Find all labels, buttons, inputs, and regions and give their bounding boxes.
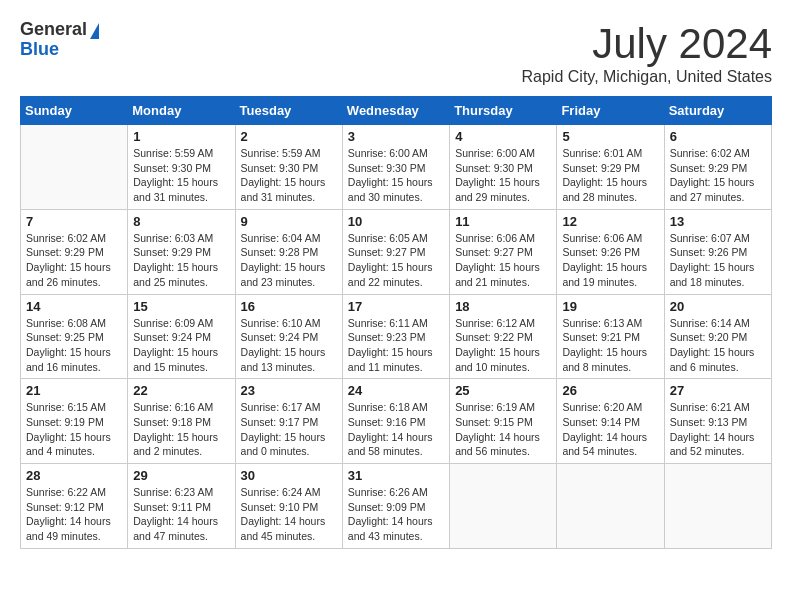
day-number: 27 xyxy=(670,383,766,398)
weekday-header-row: SundayMondayTuesdayWednesdayThursdayFrid… xyxy=(21,97,772,125)
calendar-cell: 18Sunrise: 6:12 AM Sunset: 9:22 PM Dayli… xyxy=(450,294,557,379)
weekday-header-thursday: Thursday xyxy=(450,97,557,125)
day-info: Sunrise: 6:07 AM Sunset: 9:26 PM Dayligh… xyxy=(670,231,766,290)
calendar-cell: 16Sunrise: 6:10 AM Sunset: 9:24 PM Dayli… xyxy=(235,294,342,379)
day-number: 15 xyxy=(133,299,229,314)
location: Rapid City, Michigan, United States xyxy=(522,68,772,86)
day-info: Sunrise: 6:26 AM Sunset: 9:09 PM Dayligh… xyxy=(348,485,444,544)
calendar-cell: 29Sunrise: 6:23 AM Sunset: 9:11 PM Dayli… xyxy=(128,464,235,549)
month-title: July 2024 xyxy=(522,20,772,68)
calendar-cell: 2Sunrise: 5:59 AM Sunset: 9:30 PM Daylig… xyxy=(235,125,342,210)
day-number: 2 xyxy=(241,129,337,144)
calendar-cell: 8Sunrise: 6:03 AM Sunset: 9:29 PM Daylig… xyxy=(128,209,235,294)
logo-general: General xyxy=(20,20,87,40)
calendar-week-row: 1Sunrise: 5:59 AM Sunset: 9:30 PM Daylig… xyxy=(21,125,772,210)
day-number: 22 xyxy=(133,383,229,398)
day-number: 5 xyxy=(562,129,658,144)
calendar-cell: 28Sunrise: 6:22 AM Sunset: 9:12 PM Dayli… xyxy=(21,464,128,549)
day-number: 23 xyxy=(241,383,337,398)
day-info: Sunrise: 6:06 AM Sunset: 9:26 PM Dayligh… xyxy=(562,231,658,290)
day-number: 6 xyxy=(670,129,766,144)
day-info: Sunrise: 6:19 AM Sunset: 9:15 PM Dayligh… xyxy=(455,400,551,459)
day-info: Sunrise: 6:24 AM Sunset: 9:10 PM Dayligh… xyxy=(241,485,337,544)
day-number: 21 xyxy=(26,383,122,398)
day-number: 28 xyxy=(26,468,122,483)
calendar-cell: 10Sunrise: 6:05 AM Sunset: 9:27 PM Dayli… xyxy=(342,209,449,294)
day-number: 9 xyxy=(241,214,337,229)
day-number: 14 xyxy=(26,299,122,314)
weekday-header-sunday: Sunday xyxy=(21,97,128,125)
day-number: 19 xyxy=(562,299,658,314)
day-info: Sunrise: 5:59 AM Sunset: 9:30 PM Dayligh… xyxy=(133,146,229,205)
day-info: Sunrise: 6:13 AM Sunset: 9:21 PM Dayligh… xyxy=(562,316,658,375)
calendar-week-row: 7Sunrise: 6:02 AM Sunset: 9:29 PM Daylig… xyxy=(21,209,772,294)
title-block: July 2024 Rapid City, Michigan, United S… xyxy=(522,20,772,86)
day-number: 18 xyxy=(455,299,551,314)
calendar-week-row: 21Sunrise: 6:15 AM Sunset: 9:19 PM Dayli… xyxy=(21,379,772,464)
calendar-cell: 24Sunrise: 6:18 AM Sunset: 9:16 PM Dayli… xyxy=(342,379,449,464)
calendar-cell: 20Sunrise: 6:14 AM Sunset: 9:20 PM Dayli… xyxy=(664,294,771,379)
calendar-cell: 12Sunrise: 6:06 AM Sunset: 9:26 PM Dayli… xyxy=(557,209,664,294)
day-info: Sunrise: 6:00 AM Sunset: 9:30 PM Dayligh… xyxy=(348,146,444,205)
day-info: Sunrise: 6:05 AM Sunset: 9:27 PM Dayligh… xyxy=(348,231,444,290)
calendar-cell: 15Sunrise: 6:09 AM Sunset: 9:24 PM Dayli… xyxy=(128,294,235,379)
page-header: General Blue July 2024 Rapid City, Michi… xyxy=(20,20,772,86)
calendar-cell: 14Sunrise: 6:08 AM Sunset: 9:25 PM Dayli… xyxy=(21,294,128,379)
calendar-cell xyxy=(450,464,557,549)
day-info: Sunrise: 6:08 AM Sunset: 9:25 PM Dayligh… xyxy=(26,316,122,375)
weekday-header-saturday: Saturday xyxy=(664,97,771,125)
calendar-cell: 13Sunrise: 6:07 AM Sunset: 9:26 PM Dayli… xyxy=(664,209,771,294)
weekday-header-tuesday: Tuesday xyxy=(235,97,342,125)
day-info: Sunrise: 6:10 AM Sunset: 9:24 PM Dayligh… xyxy=(241,316,337,375)
day-info: Sunrise: 6:06 AM Sunset: 9:27 PM Dayligh… xyxy=(455,231,551,290)
day-number: 20 xyxy=(670,299,766,314)
day-info: Sunrise: 6:16 AM Sunset: 9:18 PM Dayligh… xyxy=(133,400,229,459)
calendar-cell: 19Sunrise: 6:13 AM Sunset: 9:21 PM Dayli… xyxy=(557,294,664,379)
day-number: 25 xyxy=(455,383,551,398)
logo-blue: Blue xyxy=(20,40,59,60)
calendar-cell: 4Sunrise: 6:00 AM Sunset: 9:30 PM Daylig… xyxy=(450,125,557,210)
day-info: Sunrise: 6:21 AM Sunset: 9:13 PM Dayligh… xyxy=(670,400,766,459)
day-number: 4 xyxy=(455,129,551,144)
calendar-cell: 30Sunrise: 6:24 AM Sunset: 9:10 PM Dayli… xyxy=(235,464,342,549)
day-info: Sunrise: 6:15 AM Sunset: 9:19 PM Dayligh… xyxy=(26,400,122,459)
day-info: Sunrise: 6:03 AM Sunset: 9:29 PM Dayligh… xyxy=(133,231,229,290)
day-number: 3 xyxy=(348,129,444,144)
day-number: 10 xyxy=(348,214,444,229)
calendar-week-row: 14Sunrise: 6:08 AM Sunset: 9:25 PM Dayli… xyxy=(21,294,772,379)
calendar-cell: 27Sunrise: 6:21 AM Sunset: 9:13 PM Dayli… xyxy=(664,379,771,464)
calendar-cell: 22Sunrise: 6:16 AM Sunset: 9:18 PM Dayli… xyxy=(128,379,235,464)
calendar-cell: 9Sunrise: 6:04 AM Sunset: 9:28 PM Daylig… xyxy=(235,209,342,294)
calendar-cell: 3Sunrise: 6:00 AM Sunset: 9:30 PM Daylig… xyxy=(342,125,449,210)
day-info: Sunrise: 6:18 AM Sunset: 9:16 PM Dayligh… xyxy=(348,400,444,459)
day-number: 1 xyxy=(133,129,229,144)
day-number: 17 xyxy=(348,299,444,314)
day-info: Sunrise: 6:12 AM Sunset: 9:22 PM Dayligh… xyxy=(455,316,551,375)
day-number: 8 xyxy=(133,214,229,229)
weekday-header-friday: Friday xyxy=(557,97,664,125)
calendar-table: SundayMondayTuesdayWednesdayThursdayFrid… xyxy=(20,96,772,549)
day-info: Sunrise: 6:04 AM Sunset: 9:28 PM Dayligh… xyxy=(241,231,337,290)
day-number: 7 xyxy=(26,214,122,229)
calendar-cell: 25Sunrise: 6:19 AM Sunset: 9:15 PM Dayli… xyxy=(450,379,557,464)
day-info: Sunrise: 5:59 AM Sunset: 9:30 PM Dayligh… xyxy=(241,146,337,205)
calendar-cell: 21Sunrise: 6:15 AM Sunset: 9:19 PM Dayli… xyxy=(21,379,128,464)
day-number: 31 xyxy=(348,468,444,483)
day-number: 30 xyxy=(241,468,337,483)
day-info: Sunrise: 6:17 AM Sunset: 9:17 PM Dayligh… xyxy=(241,400,337,459)
day-number: 13 xyxy=(670,214,766,229)
calendar-cell: 31Sunrise: 6:26 AM Sunset: 9:09 PM Dayli… xyxy=(342,464,449,549)
day-info: Sunrise: 6:01 AM Sunset: 9:29 PM Dayligh… xyxy=(562,146,658,205)
day-number: 29 xyxy=(133,468,229,483)
day-info: Sunrise: 6:00 AM Sunset: 9:30 PM Dayligh… xyxy=(455,146,551,205)
day-info: Sunrise: 6:02 AM Sunset: 9:29 PM Dayligh… xyxy=(26,231,122,290)
calendar-cell: 23Sunrise: 6:17 AM Sunset: 9:17 PM Dayli… xyxy=(235,379,342,464)
calendar-cell: 17Sunrise: 6:11 AM Sunset: 9:23 PM Dayli… xyxy=(342,294,449,379)
day-info: Sunrise: 6:22 AM Sunset: 9:12 PM Dayligh… xyxy=(26,485,122,544)
day-number: 26 xyxy=(562,383,658,398)
calendar-cell: 26Sunrise: 6:20 AM Sunset: 9:14 PM Dayli… xyxy=(557,379,664,464)
calendar-cell: 11Sunrise: 6:06 AM Sunset: 9:27 PM Dayli… xyxy=(450,209,557,294)
weekday-header-wednesday: Wednesday xyxy=(342,97,449,125)
weekday-header-monday: Monday xyxy=(128,97,235,125)
calendar-cell xyxy=(21,125,128,210)
